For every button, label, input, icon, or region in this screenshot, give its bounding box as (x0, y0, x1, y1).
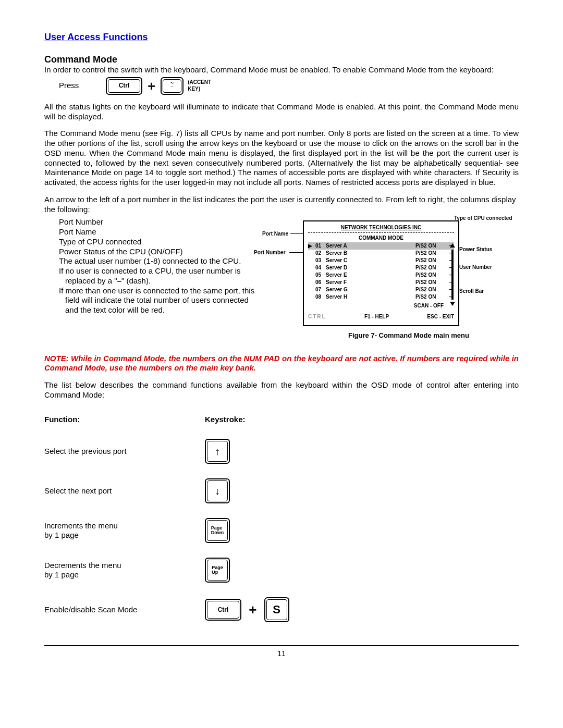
osd-row[interactable]: 06Server FP/S2 ON– (308, 279, 454, 286)
function-table: Function: Keystroke: Select the previous… (44, 408, 289, 630)
callout-port-number: Port Number (254, 250, 286, 256)
section-title: User Access Functions (44, 31, 519, 43)
s-key-label: S (273, 604, 280, 615)
accent-key-label: (ACCENT KEY) (183, 79, 219, 92)
fn-next-port: Select the next port (44, 471, 201, 511)
osd-screenshot: Port Name Port Number Type of CPU connec… (278, 217, 519, 326)
bullet-port-number: Port Number (44, 217, 263, 227)
para-status-lights: All the status lights on the keyboard wi… (44, 102, 519, 122)
page-down-label: Page Down (207, 520, 228, 541)
osd-row[interactable]: 02Server BP/S2 ON– (308, 250, 454, 257)
bullet-cpu-type: Type of CPU connected (44, 237, 263, 247)
callout-scroll-bar: Scroll Bar (459, 288, 484, 295)
fn-scan: Enable/disable Scan Mode (44, 590, 201, 630)
osd-port-num: 02 (315, 250, 326, 257)
osd-row[interactable]: ▶01Server AP/S2 ON– (308, 242, 454, 250)
page-footer: 11 (44, 645, 519, 659)
current-port-arrow-icon: ▶ (308, 243, 315, 250)
row-next-port: Select the next port ↓ (44, 471, 289, 511)
ctrl-key-2: Ctrl (205, 599, 241, 621)
intro-text: In order to control the switch with the … (44, 65, 519, 75)
osd-port-name: Server E (326, 272, 415, 279)
row-page-up: Decrements the menuby 1 page Page Up (44, 550, 289, 590)
fn-inc-2: by 1 page (44, 530, 79, 539)
osd-port-status: P/S2 ON (415, 287, 447, 293)
osd-port-status: P/S2 ON (415, 250, 447, 257)
down-arrow-key: ↓ (205, 478, 230, 503)
osd-port-name: Server H (326, 294, 415, 301)
osd-help: F1 - HELP (364, 314, 389, 320)
osd-row[interactable]: 03Server CP/S2 ON– (308, 257, 454, 264)
callout-user-number: User Number (459, 264, 492, 271)
row-page-down: Increments the menuby 1 page Page Down (44, 511, 289, 550)
list-intro: The list below describes the command fun… (44, 380, 519, 400)
osd-scan-status: SCAN - OFF (308, 303, 454, 310)
up-arrow-icon: ↑ (215, 446, 220, 456)
osd-ctrl: CTRL (308, 314, 326, 320)
fn-prev-port: Select the previous port (44, 431, 201, 471)
tilde-bot: ` (171, 86, 173, 91)
page-number: 11 (277, 649, 286, 658)
command-mode-heading: Command Mode (44, 54, 519, 66)
osd-port-num: 06 (315, 279, 326, 286)
fn-dec-1: Decrements the menu (44, 561, 121, 570)
osd-port-num: 08 (315, 294, 326, 301)
numpad-note: NOTE: While in Command Mode, the numbers… (44, 354, 519, 374)
para-arrow-desc: An arrow to the left of a port number in… (44, 195, 519, 215)
osd-port-name: Server B (326, 250, 415, 257)
page-up-key: Page Up (205, 558, 230, 583)
callout-cpu-type: Type of CPU connected (454, 215, 512, 222)
osd-row[interactable]: 08Server HP/S2 ON– (308, 293, 454, 301)
bullet-multi-user-sub: field will indicate the total number of … (44, 295, 263, 315)
header-keystroke: Keystroke: (205, 415, 246, 424)
page-up-label: Page Up (207, 560, 228, 581)
bullet-multi-user: If more than one user is connected to th… (44, 286, 263, 296)
fn-dec-2: by 1 page (44, 570, 79, 579)
osd-row[interactable]: 05Server EP/S2 ON– (308, 272, 454, 279)
osd-port-name: Server F (326, 279, 415, 286)
bullet-power-status: Power Status of the CPU (ON/OFF) (44, 247, 263, 257)
osd-port-num: 01 (315, 243, 326, 250)
plus-icon: + (142, 78, 161, 95)
osd-port-status: P/S2 ON (415, 272, 447, 279)
figure-caption: Figure 7- Command Mode main menu (299, 331, 519, 340)
down-arrow-icon: ↓ (215, 486, 220, 496)
row-prev-port: Select the previous port ↑ (44, 431, 289, 471)
osd-port-name: Server A (326, 243, 415, 250)
osd-port-num: 07 (315, 287, 326, 293)
osd-company: NETWORK TECHNOLOGIES INC (308, 225, 454, 231)
osd-port-status: P/S2 ON (415, 243, 447, 250)
osd-port-status: P/S2 ON (415, 294, 447, 301)
osd-port-num: 05 (315, 272, 326, 279)
bullet-user-number: The actual user number (1-8) connected t… (44, 256, 263, 266)
scroll-up-icon[interactable] (450, 243, 455, 248)
osd-row[interactable]: 07Server GP/S2 ON– (308, 286, 454, 293)
callout-port-name: Port Name (262, 231, 288, 238)
osd-scrollbar[interactable] (450, 243, 455, 306)
callout-power-status: Power Status (459, 246, 492, 253)
fn-inc-1: Increments the menu (44, 521, 118, 530)
osd-port-name: Server D (326, 265, 415, 272)
osd-port-num: 04 (315, 265, 326, 272)
osd-port-status: P/S2 ON (415, 265, 447, 272)
column-descriptions: Port Number Port Name Type of CPU connec… (44, 217, 263, 315)
osd-row[interactable]: 04Server DP/S2 ON– (308, 264, 454, 272)
osd-port-status: P/S2 ON (415, 257, 447, 264)
header-function: Function: (44, 415, 80, 424)
up-arrow-key: ↑ (205, 439, 230, 464)
page-down-key: Page Down (205, 518, 230, 543)
scroll-down-icon[interactable] (450, 302, 455, 306)
accent-key: ~ ` (161, 77, 183, 95)
row-scan-mode: Enable/disable Scan Mode Ctrl + S (44, 590, 289, 630)
osd-port-num: 03 (315, 257, 326, 264)
osd-mode-title: COMMAND MODE (308, 235, 454, 242)
bullet-no-user: If no user is connected to a CPU, the us… (44, 266, 263, 276)
osd-port-name: Server G (326, 287, 415, 293)
ctrl-key: Ctrl (106, 77, 142, 95)
osd-exit: ESC - EXIT (427, 314, 454, 320)
plus-icon-2: + (243, 602, 262, 618)
bullet-no-user-sub: replaced by a "–" (dash). (44, 276, 263, 286)
bullet-port-name: Port Name (44, 227, 263, 237)
s-key: S (264, 597, 289, 622)
osd-port-name: Server C (326, 257, 415, 264)
